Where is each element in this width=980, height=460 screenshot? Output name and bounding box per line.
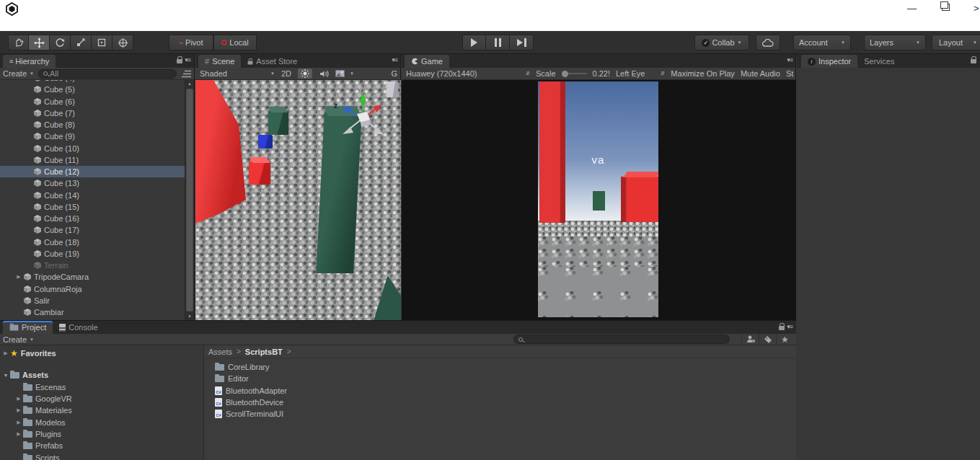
hierarchy-item[interactable]: ▶ Cube (8) [0, 119, 185, 131]
tab-scene[interactable]: # Scene [198, 55, 241, 68]
lock-icon[interactable] [971, 59, 976, 63]
hierarchy-item[interactable]: ▶ Cube (13) [0, 177, 185, 189]
tab-asset-store[interactable]: Asset Store [241, 55, 304, 68]
rect-tool-button[interactable] [92, 35, 112, 50]
collapse-arrow[interactable]: ▼ [1, 373, 10, 378]
project-search-input[interactable] [513, 335, 730, 344]
hierarchy-item[interactable]: ▶ Salir [0, 295, 185, 306]
project-file-item[interactable]: BluetoothDevice [205, 397, 796, 408]
expand-arrow[interactable]: ▶ [14, 420, 23, 425]
effects-dropdown[interactable]: ▼ [335, 68, 354, 79]
expand-arrow[interactable]: ▶ [14, 396, 23, 402]
scale-slider[interactable] [562, 71, 587, 77]
move-gizmo[interactable]: y x z [328, 82, 394, 146]
collab-dropdown[interactable]: ✓ Collab▼ [694, 35, 749, 50]
hand-tool-button[interactable] [8, 35, 29, 50]
hierarchy-item[interactable]: ▶ Cube (19) [0, 248, 185, 260]
scene-viewport[interactable]: y x z [195, 80, 401, 320]
lock-icon[interactable] [779, 326, 785, 330]
scrollbar-thumb[interactable] [186, 89, 193, 311]
x-axis-arrow[interactable] [373, 105, 381, 112]
expand-arrow[interactable]: ▶ [14, 274, 23, 280]
slider-knob[interactable] [562, 71, 568, 77]
create-dropdown[interactable]: Create▼ [3, 335, 34, 344]
hierarchy-item[interactable]: ▶ Cube (14) [0, 190, 185, 201]
project-tree-item[interactable]: ▶ GoogleVR [0, 393, 203, 404]
project-tree-item[interactable]: ▶ Modelos [0, 416, 203, 428]
panel-menu-icon[interactable]: ▾≡ [787, 323, 793, 330]
hierarchy-item[interactable]: ▶ Cambiar [0, 306, 185, 318]
project-tree-item[interactable]: ▶ Prefabs [0, 440, 203, 451]
hierarchy-item[interactable]: ▶ Cube (5) [0, 84, 185, 95]
close-button[interactable]: > [974, 3, 979, 14]
tab-project[interactable]: Project [3, 321, 53, 334]
cloud-button[interactable] [756, 35, 780, 50]
hierarchy-item[interactable]: ▶ Cube (16) [0, 213, 185, 224]
draw-mode-dropdown[interactable]: Shaded▼ [200, 69, 275, 78]
project-file-item[interactable]: ScrollTerminalUI [205, 408, 796, 420]
hierarchy-item[interactable]: ▶ ColumnaRoja [0, 283, 185, 295]
maximize-on-play-toggle[interactable]: Maximize On Play [671, 69, 735, 78]
hierarchy-item[interactable]: ▶ Cube (10) [0, 143, 185, 154]
breadcrumb-root[interactable]: Assets [208, 348, 232, 356]
lock-icon[interactable] [177, 59, 182, 63]
step-button[interactable] [510, 35, 534, 50]
favorites-filter-button[interactable]: ★ [776, 334, 793, 345]
hierarchy-item[interactable]: ▶ Cube (18) [0, 236, 185, 248]
hierarchy-item[interactable]: ▶ Cube (6) [0, 96, 185, 107]
tab-inspector[interactable]: i Inspector [801, 55, 857, 68]
hierarchy-item[interactable]: ▶ Cube (17) [0, 224, 185, 236]
eye-dropdown[interactable]: Left Eye⇵ [616, 69, 665, 78]
tab-game[interactable]: Game [405, 55, 449, 68]
panel-menu-icon[interactable]: ▾≡ [392, 56, 397, 63]
hierarchy-scrollbar[interactable]: ▲ ▼ [185, 80, 194, 320]
panel-menu-icon[interactable]: ▾≡ [787, 56, 793, 63]
hierarchy-item[interactable]: ▶ Terrain [0, 260, 185, 271]
scroll-up-icon[interactable]: ▲ [185, 81, 194, 86]
project-file-item[interactable]: BluetoothAdapter [205, 385, 796, 397]
hierarchy-item[interactable]: ▶ Cube (7) [0, 107, 185, 119]
resolution-dropdown[interactable]: Huawey (720x1440)⇵ [406, 69, 530, 78]
move-tool-button[interactable] [29, 35, 50, 50]
favorites-root[interactable]: ▶ ★ Favorites [0, 348, 203, 359]
hierarchy-item[interactable]: ▶ Cube (9) [0, 131, 185, 142]
2d-toggle[interactable]: 2D [279, 68, 293, 79]
lighting-toggle[interactable] [298, 68, 312, 79]
tab-hierarchy[interactable]: ≡ Hierarchy [3, 55, 56, 68]
account-dropdown[interactable]: Account▼ [793, 35, 851, 50]
project-tree-item[interactable]: ▶ Materiales [0, 404, 203, 416]
hierarchy-item[interactable]: ▶ Cube (11) [0, 154, 185, 166]
hierarchy-item[interactable]: ▶ Cube (12) [0, 166, 185, 177]
project-tree-item[interactable]: ▶ Escenas [0, 381, 203, 393]
y-axis-arrow[interactable] [359, 92, 366, 102]
z-axis-arrow[interactable] [343, 107, 351, 114]
search-by-label-button[interactable] [759, 334, 776, 345]
layout-dropdown[interactable]: Layout▼ [932, 35, 980, 50]
audio-toggle[interactable] [317, 68, 331, 79]
project-file-item[interactable]: Editor [205, 373, 796, 384]
project-tree-item[interactable]: ▶ Scripts [0, 451, 203, 460]
game-viewport[interactable]: va [402, 80, 796, 320]
tab-console[interactable]: Console [53, 321, 104, 334]
scroll-down-icon[interactable]: ▼ [185, 314, 194, 319]
local-toggle-button[interactable]: Local [213, 35, 257, 50]
scale-tool-button[interactable] [71, 35, 92, 50]
panel-menu-icon[interactable]: ▾≡ [185, 56, 190, 63]
gizmos-dropdown[interactable]: G [391, 69, 397, 78]
expand-arrow[interactable]: ▶ [14, 431, 23, 437]
mute-audio-toggle[interactable]: Mute Audio [741, 69, 780, 78]
pause-button[interactable] [486, 35, 510, 50]
stats-toggle[interactable]: St [786, 69, 793, 78]
play-button[interactable] [462, 35, 486, 50]
rotate-tool-button[interactable] [50, 35, 71, 50]
hierarchy-search-input[interactable]: All [38, 69, 177, 79]
search-by-type-button[interactable] [741, 334, 759, 345]
breadcrumb-current[interactable]: ScriptsBT [245, 348, 283, 356]
expand-arrow[interactable]: ▶ [14, 407, 23, 413]
project-file-item[interactable]: CoreLibrary [205, 361, 796, 373]
transform-tool-button[interactable] [112, 35, 133, 50]
minimize-button[interactable]: — [907, 3, 917, 14]
hierarchy-item[interactable]: ▶ TripodeCamara [0, 271, 185, 283]
project-tree-item[interactable]: ▶ Plugins [0, 428, 203, 440]
layers-dropdown[interactable]: Layers▼ [864, 35, 926, 50]
